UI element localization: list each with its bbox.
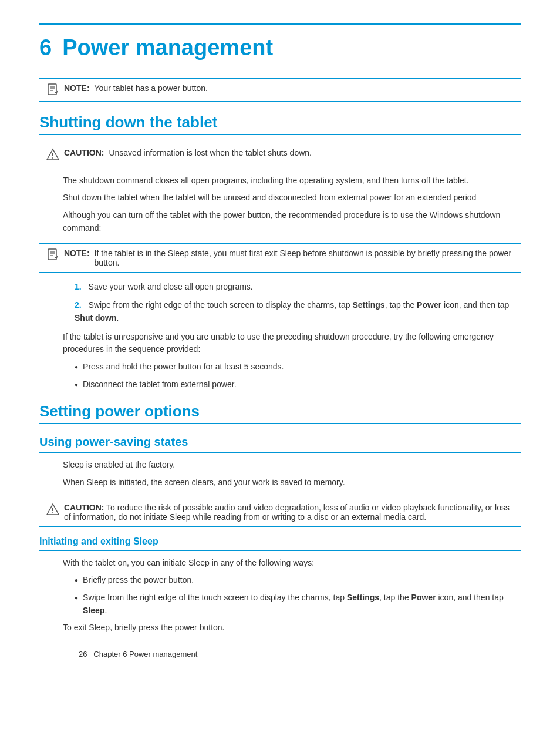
step-2-bold3: Shut down	[75, 313, 117, 322]
sleep-bullet-1: Briefly press the power button.	[75, 574, 521, 587]
note-box-2: NOTE: If the tablet is in the Sleep stat…	[39, 243, 521, 273]
note-label: NOTE:	[64, 83, 90, 93]
note-icon	[46, 83, 59, 96]
step-2-text: Swipe from the right edge of the touch s…	[75, 300, 509, 322]
section1-para3: Although you can turn off the tablet wit…	[63, 209, 521, 234]
step-1-text: Save your work and close all open progra…	[89, 282, 253, 291]
caution-text-1: Unsaved information is lost when the tab…	[109, 148, 312, 157]
caution-text-2: To reduce the risk of possible audio and…	[64, 503, 510, 522]
step-1-num: 1.	[75, 282, 82, 291]
caution-label-2: CAUTION:	[64, 503, 104, 512]
caution-icon-2	[46, 503, 59, 516]
sleep-bullet-2-text: Swipe from the right edge of the touch s…	[83, 592, 521, 617]
svg-point-13	[52, 512, 53, 513]
section1-bullets: Press and hold the power button for at l…	[75, 361, 521, 391]
caution-content-2: CAUTION: To reduce the risk of possible …	[64, 503, 514, 522]
subsubsection1-para2: To exit Sleep, briefly press the power b…	[63, 621, 521, 634]
note-text-2: If the tablet is in the Sleep state, you…	[95, 248, 514, 267]
sleep-bold2: Power	[411, 593, 436, 602]
step-2-bold1: Settings	[352, 300, 384, 310]
caution-label-1: CAUTION:	[64, 148, 104, 157]
subsection1-para1: Sleep is enabled at the factory.	[63, 459, 521, 472]
subsection1-para2: When Sleep is initiated, the screen clea…	[63, 476, 521, 489]
footer-text: 26 Chapter 6 Power management	[79, 650, 197, 658]
section1-para1: The shutdown command closes all open pro…	[63, 174, 521, 187]
section2-title: Setting power options	[39, 402, 521, 421]
sleep-bullet-2: Swipe from the right edge of the touch s…	[75, 592, 521, 617]
caution-box-1: CAUTION: Unsaved information is lost whe…	[39, 143, 521, 166]
note-label-2: NOTE:	[64, 248, 90, 258]
subsubsection1-divider	[39, 550, 521, 551]
step-2-num: 2.	[75, 300, 82, 310]
chapter-title: 6Power management	[39, 36, 521, 61]
sleep-bold1: Settings	[347, 593, 379, 602]
section1-para4: If the tablet is unresponsive and you ar…	[63, 331, 521, 356]
note-icon-2	[46, 248, 59, 261]
section1-title: Shutting down the tablet	[39, 113, 521, 132]
step-2: 2. Swipe from the right edge of the touc…	[75, 299, 521, 324]
subsection1-divider	[39, 452, 521, 453]
subsection1-title: Using power-saving states	[39, 435, 521, 449]
steps-list: 1. Save your work and close all open pro…	[75, 281, 521, 325]
bullet-2: Disconnect the tablet from external powe…	[75, 378, 521, 391]
section1-divider	[39, 134, 521, 135]
subsubsection1-title: Initiating and exiting Sleep	[39, 536, 521, 547]
subsubsection1-para1: With the tablet on, you can initiate Sle…	[63, 557, 521, 570]
top-note-box: NOTE: Your tablet has a power button.	[39, 78, 521, 102]
chapter-number: 6	[39, 35, 52, 60]
step-2-bold2: Power	[417, 300, 441, 310]
section2-divider	[39, 423, 521, 424]
sleep-bullets: Briefly press the power button. Swipe fr…	[75, 574, 521, 617]
sleep-bold3: Sleep	[83, 606, 104, 615]
svg-rect-7	[48, 249, 56, 260]
section1-para2: Shut down the tablet when the tablet wil…	[63, 191, 521, 204]
top-border	[39, 23, 521, 25]
svg-rect-0	[48, 84, 56, 95]
bullet-1: Press and hold the power button for at l…	[75, 361, 521, 374]
svg-point-6	[52, 157, 53, 159]
step-1: 1. Save your work and close all open pro…	[75, 281, 521, 294]
caution-icon-1	[46, 148, 59, 161]
note-text: Your tablet has a power button.	[95, 83, 208, 93]
caution-box-2: CAUTION: To reduce the risk of possible …	[39, 498, 521, 527]
